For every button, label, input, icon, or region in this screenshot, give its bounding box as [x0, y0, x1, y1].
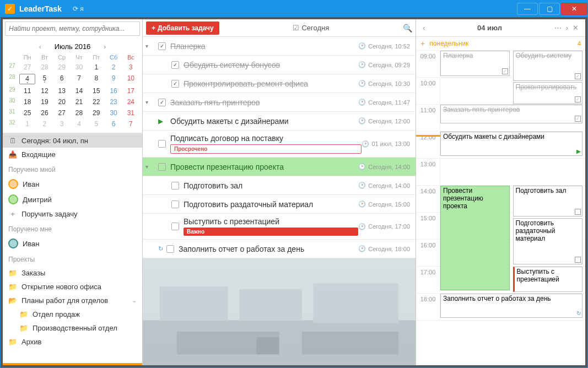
cal-day[interactable]: 8 [88, 74, 104, 84]
cal-day[interactable]: 5 [88, 120, 104, 128]
cal-day[interactable]: 9 [105, 74, 121, 84]
cal-day[interactable]: 15 [88, 86, 104, 95]
cal-next-button[interactable]: › [99, 43, 110, 51]
task-checkbox[interactable] [158, 99, 166, 106]
cal-day[interactable]: 12 [36, 86, 52, 95]
cal-day[interactable]: 16 [105, 86, 121, 95]
cal-day[interactable]: 19 [36, 98, 52, 106]
nav-inbox[interactable]: 📥Входящие [3, 148, 142, 161]
task-row[interactable]: ▾ Планерка 🕑Сегодня, 10:52 [143, 37, 416, 56]
close-day-button[interactable]: ✕ [570, 24, 581, 32]
nav-project-new-office[interactable]: 📁Открытие нового офиса [3, 280, 142, 294]
cal-day[interactable]: 22 [88, 98, 104, 106]
task-checkbox[interactable] [158, 42, 166, 50]
maximize-button[interactable]: ▢ [539, 3, 560, 15]
task-row[interactable]: Подписать договор на поставку Просрочено… [143, 131, 416, 158]
nav-today[interactable]: 🗓Сегодня: 04 июл, пн [3, 134, 142, 148]
task-checkbox[interactable] [171, 182, 179, 190]
task-row[interactable]: ▾ Заказать пять принтеров 🕑Сегодня, 11:4… [143, 93, 416, 112]
event-block[interactable]: Подготовить зал [513, 186, 582, 217]
task-checkbox[interactable] [171, 80, 179, 88]
cal-day[interactable]: 6 [54, 74, 70, 84]
add-task-button[interactable]: +Добавить задачу [146, 21, 219, 35]
minimize-button[interactable]: — [517, 3, 538, 15]
task-row[interactable]: Подготовить раздаточный материал 🕑Сегодн… [143, 195, 416, 214]
close-button[interactable]: ✕ [561, 3, 587, 15]
cal-day[interactable]: 7 [71, 74, 87, 84]
event-block[interactable]: Выступить с презентацией [513, 267, 582, 292]
cal-day[interactable]: 20 [54, 98, 70, 106]
nav-project-sales[interactable]: 📁Отдел продаж [3, 307, 142, 321]
filter-today-label[interactable]: Сегодня [301, 24, 329, 32]
nav-user-ivan[interactable]: Иван [3, 176, 142, 192]
cal-day[interactable]: 1 [88, 63, 104, 72]
cal-day[interactable]: 21 [71, 98, 87, 106]
cal-day[interactable]: 2 [105, 63, 121, 72]
cal-day[interactable]: 26 [36, 109, 52, 117]
cal-day[interactable]: 28 [71, 109, 87, 117]
task-checkbox[interactable] [158, 140, 166, 148]
cal-day[interactable]: 28 [36, 63, 52, 72]
cal-day[interactable]: 5 [36, 74, 52, 84]
cal-day[interactable]: 25 [19, 109, 35, 117]
event-block[interactable]: Обсудить систему [513, 51, 582, 81]
task-row[interactable]: ▶ Обсудить макеты с дизайнерами 🕑Сегодня… [143, 112, 416, 131]
nav-assign-task[interactable]: +Поручить задачу [3, 207, 142, 221]
task-row[interactable]: Выступить с презентацией Важно 🕑Сегодня,… [143, 214, 416, 240]
cal-day[interactable]: 18 [19, 98, 35, 106]
task-checkbox[interactable] [171, 61, 179, 69]
nav-project-prod[interactable]: 📁Производственный отдел [3, 321, 142, 335]
cal-day[interactable]: 27 [19, 63, 35, 72]
task-checkbox[interactable] [158, 163, 166, 171]
cal-day[interactable]: 2 [36, 120, 52, 128]
cal-day[interactable]: 30 [71, 63, 87, 72]
cal-day[interactable]: 23 [105, 98, 121, 106]
task-row[interactable]: ▾ Провести презентацию проекта 🕑Сегодня,… [143, 158, 416, 176]
search-input[interactable] [5, 21, 140, 36]
nav-user-dmitry[interactable]: Дмитрий [3, 192, 142, 207]
cal-prev-button[interactable]: ‹ [35, 43, 46, 51]
cal-day[interactable]: 11 [19, 86, 35, 95]
task-row[interactable]: Проконтролировать ремонт офиса 🕑Сегодня,… [143, 74, 416, 93]
cal-day[interactable]: 30 [105, 109, 121, 117]
next-day-button[interactable]: › [564, 24, 570, 32]
cal-day[interactable]: 3 [54, 120, 70, 128]
nav-project-orders[interactable]: 📁Заказы [3, 266, 142, 280]
cal-day[interactable]: 10 [123, 74, 139, 84]
nav-project-dept-plans[interactable]: 📂Планы работ для отделов⌄ [3, 294, 142, 307]
cal-day[interactable]: 17 [123, 86, 139, 95]
event-block[interactable]: Обсудить макеты с дизайнерами▶ [440, 132, 582, 156]
cal-day[interactable]: 24 [123, 98, 139, 106]
cal-day[interactable]: 29 [88, 109, 104, 117]
task-row[interactable]: Обсудить систему бонусов 🕑Сегодня, 09:29 [143, 56, 416, 74]
prev-day-button[interactable]: ‹ [420, 24, 427, 32]
cal-day[interactable]: 27 [54, 109, 70, 117]
event-block[interactable]: Заполнить отчет о работах за день↻ [440, 294, 582, 318]
disclosure-icon[interactable]: ▾ [143, 164, 150, 170]
sync-status[interactable]: ⟳ я [73, 5, 84, 13]
cal-day[interactable]: 4 [19, 74, 35, 84]
event-block[interactable]: Заказать пять принтеров [440, 105, 582, 123]
nav-project-archive[interactable]: 📁Архив [3, 335, 142, 349]
disclosure-icon[interactable]: ▾ [143, 99, 150, 105]
cal-day[interactable]: 14 [71, 86, 87, 95]
cal-day[interactable]: 4 [71, 120, 87, 128]
add-event-button[interactable]: + [420, 39, 425, 48]
task-row[interactable]: Подготовить зал 🕑Сегодня, 14:00 [143, 176, 416, 195]
cal-day[interactable]: 13 [54, 86, 70, 95]
cal-day[interactable]: 31 [123, 109, 139, 117]
task-row[interactable]: ↻ Заполнить отчет о работах за день 🕑Сег… [143, 240, 416, 258]
cal-day[interactable]: 1 [19, 120, 35, 128]
cal-day[interactable]: 6 [105, 120, 121, 128]
disclosure-icon[interactable]: ▾ [143, 43, 150, 49]
nav-user-ivan2[interactable]: Иван [3, 236, 142, 251]
search-icon[interactable]: 🔍 [403, 24, 412, 33]
cal-day[interactable]: 3 [123, 63, 139, 72]
task-checkbox[interactable] [171, 223, 179, 230]
task-checkbox[interactable] [166, 245, 174, 253]
event-block[interactable]: Проконтролировать [513, 82, 582, 104]
event-block[interactable]: Планерка [440, 51, 510, 76]
play-icon[interactable]: ▶ [158, 117, 166, 125]
task-checkbox[interactable] [171, 201, 179, 208]
schedule[interactable]: 09:00 ПланеркаОбсудить систему 10:00 Про… [416, 51, 585, 365]
